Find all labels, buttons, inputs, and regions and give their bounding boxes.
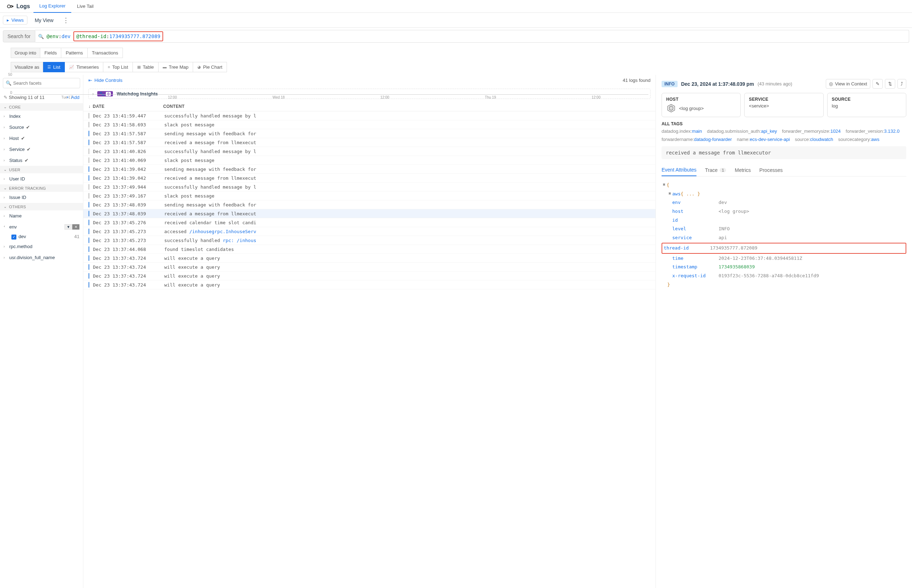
tag-pair[interactable]: datadog.submission_auth:api_key xyxy=(707,129,777,134)
log-row[interactable]: Dec 23 13:41:57.587 sending message with… xyxy=(83,129,656,138)
viz-table[interactable]: ▦Table xyxy=(133,62,159,72)
facet-user-id[interactable]: ›User ID xyxy=(0,173,83,184)
facet-index[interactable]: ›Index xyxy=(0,111,83,122)
viz-pie-chart[interactable]: ◕Pie Chart xyxy=(193,62,227,72)
viz-timeseries[interactable]: 📈Timeseries xyxy=(65,62,103,72)
service-card[interactable]: SERVICE <service> xyxy=(744,93,823,117)
log-row[interactable]: Dec 23 13:37:43.724 will execute a query xyxy=(83,263,656,271)
tab-event-attributes[interactable]: Event Attributes xyxy=(662,164,697,176)
facet-host[interactable]: ›Host ✔ xyxy=(0,133,83,144)
timeline-chart[interactable]: 50 0 Tue 1712:00Wed 1812:00Thu 1912:00 xyxy=(3,73,648,100)
col-content-header[interactable]: CONTENT xyxy=(163,104,185,109)
col-date-header[interactable]: ↓DATE xyxy=(88,104,163,109)
expand-icon[interactable]: ▣ xyxy=(667,190,672,199)
log-row[interactable]: Dec 23 13:37:45.276 received calendar ti… xyxy=(83,218,656,227)
brand[interactable]: Logs xyxy=(3,3,34,10)
facet-env[interactable]: ⌄env ▼✕ xyxy=(0,221,83,233)
chart-ytick: 0 xyxy=(3,91,12,95)
log-row[interactable]: Dec 23 13:41:40.069 slack post message xyxy=(83,156,656,165)
tab-metrics[interactable]: Metrics xyxy=(735,164,751,176)
search-token-env[interactable]: @env:dev xyxy=(47,34,71,39)
log-row[interactable]: Dec 23 13:37:45.273 successfully handled… xyxy=(83,236,656,245)
log-row[interactable]: Dec 23 13:37:48.039 sending message with… xyxy=(83,200,656,209)
log-row[interactable]: Dec 23 13:41:57.587 received a message f… xyxy=(83,138,656,147)
log-row[interactable]: Dec 23 13:41:59.447 successfully handled… xyxy=(83,111,656,120)
log-date: Dec 23 13:37:49.167 xyxy=(93,193,164,199)
log-row[interactable]: Dec 23 13:41:40.826 successfully handled… xyxy=(83,147,656,156)
log-row[interactable]: Dec 23 13:37:43.724 will execute a query xyxy=(83,281,656,289)
tag-pair[interactable]: source:cloudwatch xyxy=(795,137,833,142)
checkbox-checked-icon[interactable]: ✓ xyxy=(11,234,16,239)
facet-group-error[interactable]: ⌄ERROR TRACKING xyxy=(0,184,83,192)
tag-pair[interactable]: name:ecs-dev-service-api xyxy=(737,137,790,142)
log-row[interactable]: Dec 23 13:37:43.724 will execute a query xyxy=(83,254,656,263)
log-row[interactable]: Dec 23 13:41:58.693 slack post message xyxy=(83,120,656,129)
export-button[interactable]: ⤴ xyxy=(897,79,906,89)
log-row[interactable]: Dec 23 13:37:45.273 accessed /inhousegrp… xyxy=(83,227,656,236)
group-into-label[interactable]: Group into xyxy=(11,48,40,58)
tab-trace[interactable]: Trace1 xyxy=(705,164,726,176)
more-icon[interactable]: ⋮ xyxy=(61,16,71,24)
log-row[interactable]: Dec 23 13:37:48.039 received a message f… xyxy=(83,209,656,218)
tag-pair[interactable]: datadog.index:main xyxy=(662,129,702,134)
collapse-icon[interactable]: ▣ xyxy=(662,181,667,190)
tab-processes[interactable]: Processes xyxy=(760,164,783,176)
json-attribute-row[interactable]: id xyxy=(662,216,906,225)
json-attribute-row[interactable]: x-request-id0193f23c-5536-7288-a748-0dcb… xyxy=(662,271,906,281)
viz-tree-map[interactable]: ▬Tree Map xyxy=(159,62,193,72)
copy-link-button[interactable]: ⇅ xyxy=(885,79,895,89)
facet-env-actions[interactable]: ▼✕ xyxy=(65,224,79,229)
host-card[interactable]: HOST <log group> xyxy=(662,93,741,117)
json-attribute-row[interactable]: thread-id1734935777.872089 xyxy=(662,243,906,254)
tab-log-explorer[interactable]: Log Explorer xyxy=(34,0,71,13)
tag-pair[interactable]: forwardername:datadog-forwarder xyxy=(662,137,732,142)
viz-list[interactable]: ☰List xyxy=(43,62,65,72)
json-attribute-row[interactable]: host<log group> xyxy=(662,207,906,216)
severity-bar xyxy=(88,237,89,243)
log-row[interactable]: Dec 23 13:37:44.068 found timeslot candi… xyxy=(83,245,656,254)
log-date: Dec 23 13:37:45.273 xyxy=(93,238,164,243)
log-row[interactable]: Dec 23 13:37:49.944 successfully handled… xyxy=(83,183,656,192)
view-in-context-button[interactable]: ◎View in Context xyxy=(826,79,870,89)
search-token-thread-id[interactable]: @thread-id:1734935777.872089 xyxy=(73,31,163,41)
viz-top-list[interactable]: ≡Top List xyxy=(103,62,133,72)
tag-pair[interactable]: sourcecategory:aws xyxy=(838,137,880,142)
search-input[interactable]: 🔍 @env:dev @thread-id:1734935777.872089 xyxy=(35,30,909,43)
facet-usr-division[interactable]: ›usr.division_full_name xyxy=(0,252,83,263)
facet-source[interactable]: ›Source ✔ xyxy=(0,122,83,133)
my-view-label[interactable]: My View xyxy=(30,18,58,23)
facet-env-value-dev[interactable]: ✓dev 41 xyxy=(0,233,83,241)
log-row[interactable]: Dec 23 13:37:43.724 will execute a query xyxy=(83,271,656,281)
clear-icon[interactable]: ✕ xyxy=(72,224,79,229)
facet-status[interactable]: ›Status ✔ xyxy=(0,155,83,166)
facet-group-others[interactable]: ⌄OTHERS xyxy=(0,203,83,210)
tab-live-tail[interactable]: Live Tail xyxy=(71,0,99,13)
severity-bar xyxy=(88,228,89,234)
log-row[interactable]: Dec 23 13:37:49.167 slack post message xyxy=(83,192,656,200)
facet-group-user[interactable]: ⌄USER xyxy=(0,166,83,173)
views-button[interactable]: ▸ Views xyxy=(3,16,28,24)
source-card[interactable]: SOURCE log xyxy=(827,93,906,117)
facet-name[interactable]: ›Name xyxy=(0,210,83,221)
json-attribute-row[interactable]: time2024-12-23T06:37:48.039445811Z xyxy=(662,254,906,263)
edit-button[interactable]: ✎ xyxy=(873,79,883,89)
logs-icon xyxy=(6,3,14,10)
json-attribute-row[interactable]: serviceapi xyxy=(662,234,906,242)
visualize-as-label[interactable]: Visualize as xyxy=(11,62,43,72)
facet-issue-id[interactable]: ›Issue ID xyxy=(0,192,83,203)
log-row[interactable]: Dec 23 13:41:39.042 sending message with… xyxy=(83,165,656,174)
logs-table[interactable]: Dec 23 13:41:59.447 successfully handled… xyxy=(83,111,656,588)
funnel-icon[interactable]: ▼ xyxy=(65,224,72,229)
json-attribute-row[interactable]: timestamp1734935868039 xyxy=(662,263,906,271)
json-attribute-row[interactable]: levelINFO xyxy=(662,225,906,234)
facet-service[interactable]: ›Service ✔ xyxy=(0,144,83,155)
log-row[interactable]: Dec 23 13:41:39.042 received a message f… xyxy=(83,174,656,183)
group-transactions[interactable]: Transactions xyxy=(87,48,123,58)
facet-group-core[interactable]: ⌄CORE xyxy=(0,103,83,111)
json-attribute-row[interactable]: envdev xyxy=(662,198,906,207)
group-fields[interactable]: Fields xyxy=(40,48,62,58)
facet-rpc-method[interactable]: ›rpc.method xyxy=(0,241,83,252)
tag-pair[interactable]: forwarder_version:3.132.0 xyxy=(846,129,899,134)
tag-pair[interactable]: forwarder_memorysize:1024 xyxy=(782,129,841,134)
group-patterns[interactable]: Patterns xyxy=(61,48,87,58)
